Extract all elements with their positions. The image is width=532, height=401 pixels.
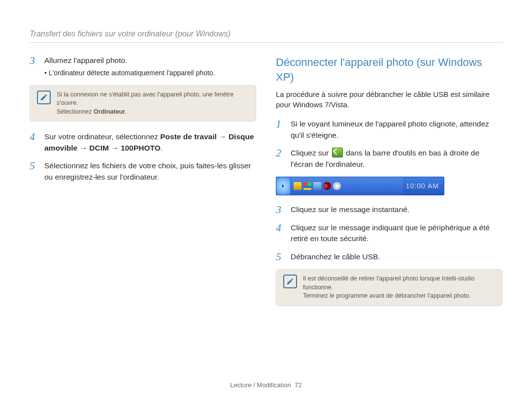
note-icon — [283, 275, 297, 288]
step-number: 4 — [276, 222, 286, 245]
left-callout: Si la connexion ne s'établit pas avec l'… — [30, 85, 256, 122]
step-number: 3 — [276, 204, 286, 215]
step-number: 5 — [30, 160, 39, 183]
page-footer: Lecture / Modification 72 — [0, 381, 532, 389]
step-text: Sur votre ordinateur, sélectionnez Poste… — [44, 131, 256, 154]
left-step-5: 5 Sélectionnez les fichiers de votre cho… — [30, 160, 256, 183]
step-text: Cliquez sur le message instantané. — [291, 204, 502, 215]
right-step-1: 1 Si le voyant lumineux de l'appareil ph… — [276, 119, 502, 141]
section-intro: La procédure à suivre pour débrancher le… — [276, 89, 502, 110]
callout-line: Terminez le programme avant de débranche… — [303, 292, 495, 301]
page-number: 72 — [295, 381, 301, 389]
network-icon — [313, 182, 321, 190]
step-text: Cliquez sur dans la barre d'outils en ba… — [291, 148, 502, 170]
step-number: 3 — [30, 55, 39, 78]
step-text: Sélectionnez les fichiers de votre choix… — [44, 160, 256, 183]
windows-update-icon — [303, 182, 311, 190]
callout-line: Si la connexion ne s'établit pas avec l'… — [57, 91, 249, 108]
callout-line: Il est déconseillé de retirer l'appareil… — [303, 275, 495, 292]
section-heading: Déconnecter l'appareil photo (sur Window… — [276, 55, 502, 84]
callout-line: Sélectionnez Ordinateur. — [57, 108, 249, 117]
safely-remove-icon — [333, 182, 341, 190]
step-text: Allumez l'appareil photo. — [44, 56, 127, 64]
left-step-4: 4 Sur votre ordinateur, sélectionnez Pos… — [30, 131, 256, 154]
step-number: 1 — [276, 119, 286, 141]
safely-remove-hardware-icon — [332, 148, 343, 157]
taskbar-clock: 10:00 AM — [403, 177, 444, 195]
step-number: 4 — [30, 131, 39, 154]
windows-xp-taskbar-figure: 10:00 AM — [276, 177, 444, 195]
step-text: Débranchez le câble USB. — [291, 251, 502, 262]
step-number: 5 — [276, 251, 286, 262]
breadcrumb: Transfert des fichiers sur votre ordinat… — [30, 30, 502, 43]
right-callout: Il est déconseillé de retirer l'appareil… — [276, 269, 502, 306]
right-step-3: 3 Cliquez sur le message instantané. — [276, 204, 502, 215]
volume-icon — [323, 182, 331, 190]
taskbar-expand-chevron-icon — [276, 177, 291, 195]
step-text: Cliquez sur le message indiquant que le … — [291, 222, 502, 245]
left-step-3: 3 Allumez l'appareil photo. L'ordinateur… — [30, 55, 256, 78]
note-icon — [37, 91, 51, 104]
right-step-2: 2 Cliquez sur dans la barre d'outils en … — [276, 148, 502, 170]
right-step-5: 5 Débranchez le câble USB. — [276, 251, 502, 262]
right-column: Déconnecter l'appareil photo (sur Window… — [276, 55, 502, 316]
security-shield-icon — [294, 182, 301, 190]
right-step-4: 4 Cliquez sur le message indiquant que l… — [276, 222, 502, 245]
step-text: Si le voyant lumineux de l'appareil phot… — [291, 119, 502, 141]
system-tray — [291, 177, 403, 195]
left-column: 3 Allumez l'appareil photo. L'ordinateur… — [30, 55, 256, 316]
step-subtext: L'ordinateur détecte automatiquement l'a… — [44, 68, 256, 78]
footer-section: Lecture / Modification — [230, 381, 291, 389]
step-number: 2 — [276, 148, 286, 170]
